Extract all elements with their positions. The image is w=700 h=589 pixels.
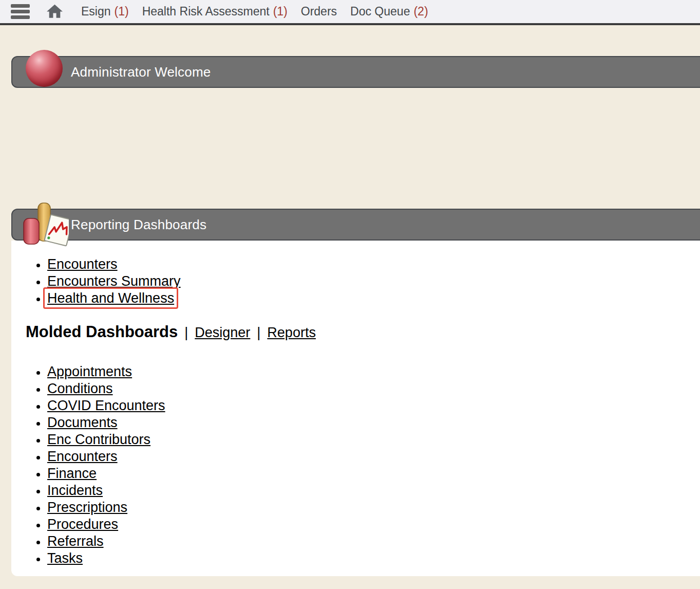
reporting-link-health-and-wellness[interactable]: Health and Wellness [47, 290, 174, 306]
molded-link-covid-encounters[interactable]: COVID Encounters [47, 398, 165, 413]
nav-item-count: (1) [115, 5, 129, 19]
list-item: Procedures [47, 516, 700, 533]
list-item: Encounters [47, 448, 700, 465]
list-item: Enc Contributors [47, 431, 700, 448]
list-item: Appointments [47, 363, 700, 380]
list-item: Incidents [47, 482, 700, 499]
nav-item-esign[interactable]: Esign (1) [81, 5, 129, 19]
molded-dashboards-heading: Molded Dashboards | Designer | Reports [26, 322, 700, 342]
reporting-links-list: Encounters Encounters Summary Health and… [11, 256, 700, 307]
nav-item-label: Orders [301, 5, 337, 19]
molded-link-documents[interactable]: Documents [47, 415, 118, 430]
nav-item-count: (2) [413, 5, 428, 19]
molded-link-procedures[interactable]: Procedures [47, 517, 118, 532]
nav-links: Esign (1) Health Risk Assessment (1) Ord… [81, 5, 428, 19]
list-item: Prescriptions [47, 499, 700, 516]
reporting-dashboards-title: Reporting Dashboards [71, 217, 206, 233]
pipe-separator: | [184, 323, 188, 342]
list-item: Health and Wellness [47, 290, 700, 307]
nav-item-label: Doc Queue [350, 5, 410, 19]
hamburger-menu-icon[interactable] [10, 3, 30, 21]
list-item: Conditions [47, 380, 700, 397]
reports-link[interactable]: Reports [267, 323, 316, 342]
molded-link-appointments[interactable]: Appointments [47, 364, 132, 379]
highlight-box: Health and Wellness [43, 287, 178, 309]
list-item: Encounters [47, 256, 700, 273]
list-item: Finance [47, 465, 700, 482]
list-item: Documents [47, 414, 700, 431]
molded-link-incidents[interactable]: Incidents [47, 483, 103, 498]
reporting-dashboards-content: Encounters Encounters Summary Health and… [11, 241, 700, 576]
reporting-dashboards-panel-header[interactable]: Reporting Dashboards [11, 209, 700, 241]
red-sphere-icon [26, 50, 63, 87]
admin-welcome-panel-header[interactable]: Administrator Welcome [11, 56, 700, 88]
molded-link-referrals[interactable]: Referrals [47, 533, 104, 549]
designer-link[interactable]: Designer [195, 323, 250, 342]
list-item: Referrals [47, 533, 700, 550]
nav-item-label: Esign [81, 5, 111, 19]
molded-link-enc-contributors[interactable]: Enc Contributors [47, 432, 150, 447]
nav-item-label: Health Risk Assessment [142, 5, 270, 19]
nav-item-health-risk-assessment[interactable]: Health Risk Assessment (1) [142, 5, 288, 19]
reporting-link-encounters-summary[interactable]: Encounters Summary [47, 273, 181, 289]
nav-item-doc-queue[interactable]: Doc Queue (2) [350, 5, 428, 19]
nav-item-count: (1) [273, 5, 288, 19]
molded-link-prescriptions[interactable]: Prescriptions [47, 500, 127, 515]
top-nav: Esign (1) Health Risk Assessment (1) Ord… [0, 0, 700, 25]
nav-item-orders[interactable]: Orders [301, 5, 337, 19]
home-icon[interactable] [45, 2, 64, 21]
molded-link-tasks[interactable]: Tasks [47, 550, 83, 566]
pipe-separator: | [257, 323, 260, 342]
molded-link-encounters[interactable]: Encounters [47, 449, 118, 464]
reporting-link-encounters[interactable]: Encounters [47, 256, 118, 272]
molded-link-finance[interactable]: Finance [47, 466, 97, 481]
report-chart-icon [22, 203, 69, 248]
molded-link-conditions[interactable]: Conditions [47, 381, 113, 396]
list-item: COVID Encounters [47, 397, 700, 414]
molded-links-list: Appointments Conditions COVID Encounters… [11, 363, 700, 567]
list-item: Tasks [47, 550, 700, 567]
admin-welcome-title: Administrator Welcome [71, 64, 211, 80]
molded-dashboards-heading-text: Molded Dashboards [26, 322, 178, 342]
